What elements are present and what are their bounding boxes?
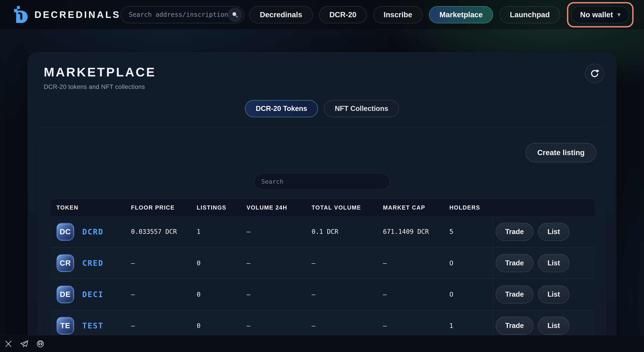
magnifier-icon xyxy=(231,11,239,19)
brand-logo[interactable]: DECREDINALS xyxy=(14,6,120,24)
search-submit-button[interactable] xyxy=(228,8,242,22)
total-volume-cell: 0.1 DCR xyxy=(312,216,383,247)
list-button[interactable]: List xyxy=(538,223,570,241)
github-icon[interactable] xyxy=(36,340,44,348)
market-cap-cell: – xyxy=(383,247,449,279)
section-divider xyxy=(38,128,606,128)
page-subtitle: DCR-20 tokens and NFT collections xyxy=(44,84,606,91)
floor-price-cell: 0.033557 DCR xyxy=(131,216,197,247)
trade-button[interactable]: Trade xyxy=(496,285,534,303)
list-button[interactable]: List xyxy=(538,317,570,335)
trade-button[interactable]: Trade xyxy=(496,254,534,272)
token-badge: DE xyxy=(56,285,74,303)
token-search xyxy=(254,173,390,190)
market-cap-cell: – xyxy=(383,279,449,310)
token-name-link[interactable]: TEST xyxy=(82,321,104,330)
holders-cell: 5 xyxy=(449,216,493,247)
tokens-section: Create listing TOKEN FLOOR PRICE xyxy=(38,137,606,352)
listings-cell: 0 xyxy=(197,247,246,279)
wallet-label: No wallet xyxy=(580,11,613,19)
trade-button[interactable]: Trade xyxy=(496,223,534,241)
table-row: CR CRED – 0 – – – 0 Trade List xyxy=(50,247,595,279)
trade-button[interactable]: Trade xyxy=(496,317,534,335)
holders-cell: 0 xyxy=(449,279,493,310)
chevron-down-icon: ▾ xyxy=(618,11,620,18)
holders-cell: 0 xyxy=(449,247,493,279)
token-badge: CR xyxy=(56,254,74,272)
col-token: TOKEN xyxy=(50,199,131,216)
table-row: DC DCRD 0.033557 DCR 1 – 0.1 DCR 671.140… xyxy=(50,216,595,247)
page-title: MARKETPLACE xyxy=(44,65,606,79)
token-name-link[interactable]: DECI xyxy=(82,290,104,299)
token-name-link[interactable]: DCRD xyxy=(82,227,104,236)
table-header-row: TOKEN FLOOR PRICE LISTINGS VOLUME 24H TO… xyxy=(50,199,595,216)
top-navbar: DECREDINALS Decredinals DCR-20 Inscribe … xyxy=(0,0,644,30)
create-listing-button[interactable]: Create listing xyxy=(526,143,596,162)
nav-item-dcr20[interactable]: DCR-20 xyxy=(319,6,367,23)
address-search-input[interactable] xyxy=(129,11,228,18)
token-table: TOKEN FLOOR PRICE LISTINGS VOLUME 24H TO… xyxy=(50,199,595,352)
wallet-highlight-annotation: No wallet ▾ xyxy=(567,2,634,28)
refresh-button[interactable] xyxy=(585,64,604,83)
nav-item-launchpad[interactable]: Launchpad xyxy=(500,6,560,23)
refresh-icon xyxy=(590,69,599,78)
marketplace-card: MARKETPLACE DCR-20 tokens and NFT collec… xyxy=(28,52,616,352)
tab-nft-collections[interactable]: NFT Collections xyxy=(324,100,399,117)
col-actions xyxy=(493,199,595,216)
col-floor-price: FLOOR PRICE xyxy=(131,199,197,216)
address-search xyxy=(120,6,244,23)
tab-dcr20-tokens[interactable]: DCR-20 Tokens xyxy=(245,100,318,117)
token-search-input[interactable] xyxy=(261,178,383,185)
col-volume-24h: VOLUME 24H xyxy=(246,199,312,216)
decredinals-logo-icon xyxy=(14,6,28,24)
nav-item-marketplace[interactable]: Marketplace xyxy=(429,6,493,23)
market-cap-cell: 671.1409 DCR xyxy=(383,216,449,247)
listings-cell: 0 xyxy=(197,279,246,310)
nav-item-decredinals[interactable]: Decredinals xyxy=(249,6,312,23)
total-volume-cell: – xyxy=(312,279,383,310)
nav-links: Decredinals DCR-20 Inscribe Marketplace … xyxy=(249,6,560,23)
nav-item-inscribe[interactable]: Inscribe xyxy=(373,6,423,23)
token-name-link[interactable]: CRED xyxy=(82,258,104,268)
token-badge: DC xyxy=(56,223,74,241)
volume-24h-cell: – xyxy=(246,247,312,279)
col-listings: LISTINGS xyxy=(197,199,246,216)
wallet-dropdown-button[interactable]: No wallet ▾ xyxy=(571,6,630,23)
brand-name: DECREDINALS xyxy=(34,9,120,20)
x-icon[interactable] xyxy=(4,340,12,348)
floor-price-cell: – xyxy=(131,279,197,310)
listings-cell: 1 xyxy=(197,216,246,247)
token-table-body: DC DCRD 0.033557 DCR 1 – 0.1 DCR 671.140… xyxy=(50,216,595,352)
volume-24h-cell: – xyxy=(246,216,312,247)
col-total-volume: TOTAL VOLUME xyxy=(312,199,383,216)
footer-bar xyxy=(0,335,644,352)
telegram-icon[interactable] xyxy=(20,340,28,348)
total-volume-cell: – xyxy=(312,247,383,279)
token-badge: TE xyxy=(56,317,74,334)
col-holders: HOLDERS xyxy=(449,199,493,216)
floor-price-cell: – xyxy=(131,247,197,279)
col-market-cap: MARKET CAP xyxy=(383,199,449,216)
table-row: DE DECI – 0 – – – 0 Trade List xyxy=(50,279,595,310)
marketplace-header: MARKETPLACE DCR-20 tokens and NFT collec… xyxy=(44,65,606,91)
volume-24h-cell: – xyxy=(246,279,312,310)
list-button[interactable]: List xyxy=(538,254,570,272)
list-button[interactable]: List xyxy=(538,285,570,303)
marketplace-tabs: DCR-20 Tokens NFT Collections xyxy=(38,100,606,117)
token-table-panel: TOKEN FLOOR PRICE LISTINGS VOLUME 24H TO… xyxy=(45,166,599,352)
